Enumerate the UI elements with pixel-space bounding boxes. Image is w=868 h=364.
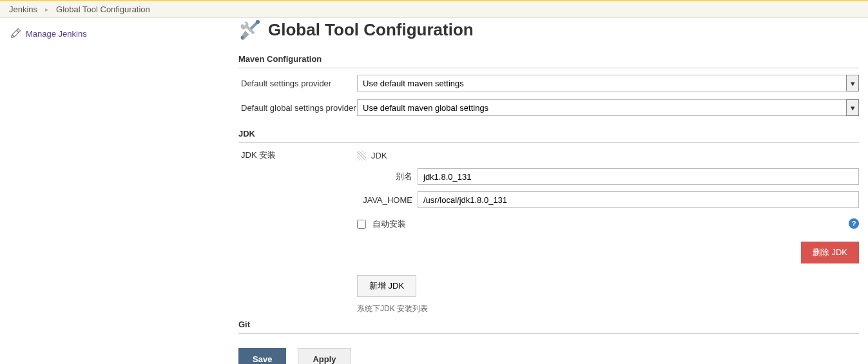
breadcrumb-root[interactable]: Jenkins — [9, 5, 37, 14]
page-title: Global Tool Configuration — [268, 20, 474, 40]
global-settings-select[interactable]: Use default maven global settings — [357, 99, 859, 116]
default-settings-label: Default settings provider — [238, 79, 357, 88]
auto-install-label: 自动安装 — [372, 218, 406, 230]
jdk-list-desc: 系统下JDK 安装列表 — [357, 303, 859, 314]
jdk-alias-input[interactable] — [418, 168, 859, 185]
chevron-right-icon: ▸ — [45, 6, 48, 13]
jdk-heading: JDK — [238, 124, 859, 143]
drag-handle-icon[interactable] — [357, 151, 366, 160]
sidebar: Manage Jenkins — [0, 18, 238, 364]
apply-button[interactable]: Apply — [298, 348, 351, 364]
delete-jdk-button[interactable]: 删除 JDK — [801, 242, 859, 263]
jdk-block-title: JDK — [371, 151, 387, 160]
tools-icon — [9, 27, 22, 40]
breadcrumb: Jenkins ▸ Global Tool Configuration — [0, 0, 868, 18]
auto-install-checkbox[interactable] — [357, 220, 366, 229]
svg-point-2 — [241, 36, 244, 39]
page-header: Global Tool Configuration — [238, 18, 859, 41]
svg-point-1 — [256, 20, 260, 24]
save-button[interactable]: Save — [238, 348, 286, 364]
sidebar-manage-label: Manage Jenkins — [26, 29, 87, 39]
jdk-install-label: JDK 安装 — [238, 149, 357, 314]
default-settings-select[interactable]: Use default maven settings — [357, 75, 859, 91]
jdk-alias-label: 别名 — [357, 171, 418, 182]
global-settings-label: Default global settings provider — [238, 103, 357, 113]
button-bar: Save Apply — [238, 344, 859, 364]
java-home-label: JAVA_HOME — [357, 195, 418, 205]
maven-heading: Maven Configuration — [238, 49, 859, 68]
help-icon[interactable]: ? — [849, 218, 859, 229]
sidebar-manage-jenkins[interactable]: Manage Jenkins — [9, 24, 238, 43]
main-content: Global Tool Configuration Maven Configur… — [238, 18, 868, 364]
add-jdk-button[interactable]: 新增 JDK — [357, 275, 416, 297]
git-heading: Git — [238, 314, 859, 334]
wrench-screwdriver-icon — [238, 18, 262, 41]
breadcrumb-current[interactable]: Global Tool Configuration — [56, 5, 150, 14]
svg-point-0 — [11, 35, 13, 37]
java-home-input[interactable] — [418, 191, 859, 208]
